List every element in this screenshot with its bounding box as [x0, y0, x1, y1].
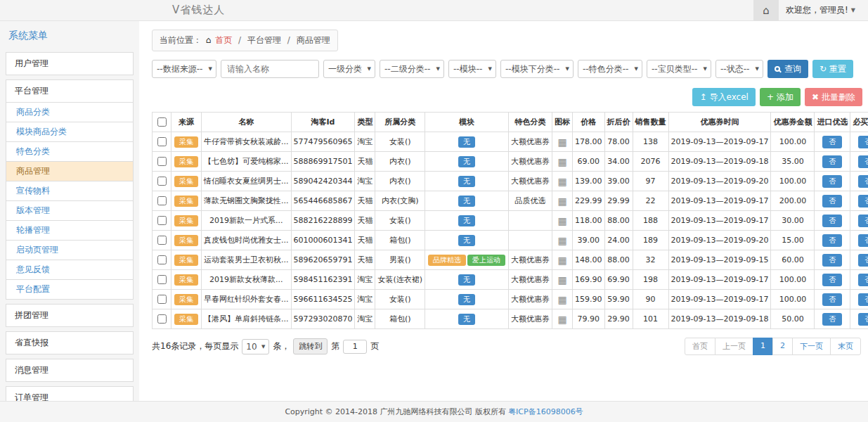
row-checkbox[interactable] — [157, 157, 167, 166]
sidebar-subitem[interactable]: 启动页管理 — [6, 240, 134, 260]
cell-taoke-id: 565446685867 — [291, 191, 355, 211]
cell-source: 采集 — [171, 132, 202, 152]
batch-delete-label: 批量删除 — [822, 91, 855, 103]
sidebar-item[interactable]: 消息管理 — [6, 359, 134, 382]
jump-button[interactable]: 跳转到 — [293, 338, 328, 354]
import-toggle-button[interactable]: 否 — [822, 136, 842, 148]
row-checkbox[interactable] — [157, 275, 167, 284]
sidebar-item[interactable]: 拼团管理 — [6, 304, 134, 327]
sidebar-subitem[interactable]: 平台配置 — [6, 279, 134, 300]
icp-link[interactable]: 粤ICP备16098006号 — [508, 407, 583, 417]
cell-discount-price: 29.99 — [604, 191, 633, 211]
must-buy-toggle-button[interactable]: 否 — [858, 215, 868, 227]
import-toggle-button[interactable]: 否 — [822, 254, 842, 267]
breadcrumb-home-link[interactable]: 首页 — [215, 35, 232, 45]
source-badge: 采集 — [174, 255, 198, 266]
cell-icon: ▦ — [552, 270, 573, 290]
import-toggle-button[interactable]: 否 — [822, 234, 842, 247]
name-search-input[interactable] — [221, 60, 319, 78]
sidebar-item[interactable]: 用户管理 — [6, 52, 134, 75]
cell-sales: 32 — [633, 250, 668, 270]
add-button[interactable]: + 添加 — [760, 88, 801, 106]
sidebar-title: 系统菜单 — [6, 28, 134, 48]
cell-name: 2019新款女秋薄款... — [202, 270, 292, 290]
cell-type: 天猫 — [355, 211, 375, 231]
sidebar-item[interactable]: 平台管理 — [6, 79, 134, 103]
import-toggle-button[interactable]: 否 — [822, 175, 842, 188]
filter-select-source[interactable]: --数据来源-- — [152, 60, 216, 78]
row-checkbox[interactable] — [157, 255, 167, 264]
pager-button[interactable]: 下一页 — [792, 338, 831, 355]
cell-coupon-time: 2019-09-13—2019-09-17 — [668, 132, 771, 152]
must-buy-toggle-button[interactable]: 否 — [858, 155, 868, 168]
import-excel-button[interactable]: ↥ 导入excel — [692, 88, 755, 106]
must-buy-toggle-button[interactable]: 否 — [858, 313, 868, 326]
import-toggle-button[interactable]: 否 — [822, 155, 842, 168]
column-header: 销售数量 — [633, 113, 668, 132]
sidebar-subitem[interactable]: 轮播管理 — [6, 220, 134, 241]
sidebar-subitem[interactable]: 模块商品分类 — [6, 122, 134, 142]
page-number-input[interactable] — [343, 340, 367, 354]
select-all-checkbox[interactable] — [157, 117, 167, 127]
per-page-select-wrap: 10 — [242, 339, 269, 354]
import-toggle-button[interactable]: 否 — [822, 195, 842, 207]
filter-select[interactable]: --模块下分类-- — [500, 60, 574, 78]
pager-button[interactable]: 上一页 — [715, 338, 753, 355]
cell-type: 天猫 — [355, 191, 375, 211]
filter-select[interactable]: --宝贝类型-- — [647, 60, 711, 78]
filter-select[interactable]: --特色分类-- — [578, 60, 642, 78]
pager-button[interactable]: 首页 — [685, 338, 715, 355]
must-buy-toggle-button[interactable]: 否 — [858, 274, 868, 286]
filter-select[interactable]: --状态-- — [715, 60, 763, 78]
row-checkbox[interactable] — [157, 196, 167, 205]
row-checkbox[interactable] — [157, 314, 167, 324]
must-buy-toggle-button[interactable]: 否 — [858, 234, 868, 247]
pager-button[interactable]: 末页 — [830, 338, 861, 355]
source-badge: 采集 — [174, 196, 198, 207]
filter-select[interactable]: --模块-- — [448, 60, 496, 78]
cell-sales: 90 — [633, 290, 668, 309]
import-toggle-button[interactable]: 否 — [822, 293, 842, 306]
sidebar-subitem[interactable]: 意见反馈 — [6, 260, 134, 280]
filter-select-wrap: --模块-- — [448, 60, 496, 78]
row-checkbox[interactable] — [157, 177, 167, 186]
product-thumbnail: ▦ — [557, 196, 568, 207]
sidebar-subitem[interactable]: 宣传物料 — [6, 181, 134, 201]
import-toggle-button[interactable]: 否 — [822, 313, 842, 326]
pager-button[interactable]: 1 — [753, 338, 773, 355]
sidebar-item[interactable]: 订单管理 — [6, 386, 134, 401]
sidebar-item[interactable]: 省直快报 — [6, 331, 134, 354]
user-menu[interactable]: 欢迎您，管理员! ▼ — [786, 4, 855, 16]
import-toggle-button[interactable]: 否 — [822, 215, 842, 227]
row-checkbox[interactable] — [157, 216, 167, 225]
column-header: 来源 — [171, 113, 202, 132]
import-toggle-button[interactable]: 否 — [822, 274, 842, 286]
cell-name: 牛仔背带裤女秋装减龄... — [202, 132, 292, 152]
must-buy-toggle-button[interactable]: 否 — [858, 254, 868, 267]
must-buy-toggle-button[interactable]: 否 — [858, 293, 868, 306]
cell-source: 采集 — [171, 172, 202, 191]
home-button[interactable]: ⌂ — [753, 0, 779, 21]
cell-name: 真皮钱包时尚优雅女士... — [202, 231, 292, 250]
search-button[interactable]: 查询 — [767, 60, 808, 78]
row-checkbox[interactable] — [157, 236, 167, 245]
sidebar-subitem[interactable]: 商品管理 — [6, 161, 134, 181]
sidebar-subitem[interactable]: 版本管理 — [6, 200, 134, 221]
row-checkbox[interactable] — [157, 137, 167, 146]
filter-select[interactable]: 一级分类 — [323, 60, 375, 78]
must-buy-toggle-button[interactable]: 否 — [858, 195, 868, 207]
sidebar-subitem[interactable]: 商品分类 — [6, 102, 134, 122]
cell-checkbox — [153, 250, 171, 270]
must-buy-toggle-button[interactable]: 否 — [858, 136, 868, 148]
pager-button[interactable]: 2 — [772, 338, 793, 355]
cell-must-buy: 否 — [850, 211, 868, 231]
per-page-select[interactable]: 10 — [242, 339, 269, 354]
row-checkbox[interactable] — [157, 295, 167, 304]
batch-delete-button[interactable]: ✖ 批量删除 — [805, 88, 862, 106]
filter-select[interactable]: --二级分类-- — [380, 60, 444, 78]
jump-suffix: 页 — [370, 340, 379, 352]
must-buy-toggle-button[interactable]: 否 — [858, 175, 868, 188]
sidebar-subitem[interactable]: 特色分类 — [6, 141, 134, 162]
cell-checkbox — [153, 290, 171, 309]
reset-button[interactable]: ↻ 重置 — [812, 60, 853, 78]
